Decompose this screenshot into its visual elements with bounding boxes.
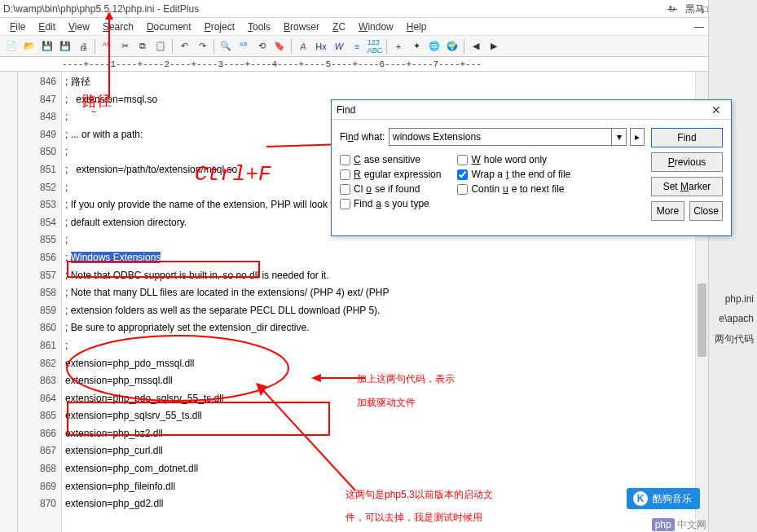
find-icon[interactable]: 🔍 <box>218 38 234 55</box>
replace-icon[interactable]: ⟲ <box>253 38 270 55</box>
menu-edit[interactable]: Edit <box>32 20 62 34</box>
open-icon[interactable]: 📂 <box>21 38 37 55</box>
whole-word-checkbox[interactable]: Whole word only <box>457 154 570 165</box>
right-background: php.ini e\apach 两句代码 <box>708 0 757 532</box>
find-input[interactable] <box>389 128 612 146</box>
annotation-squiggle: ~ <box>91 108 96 117</box>
menu-window[interactable]: Window <box>352 20 400 34</box>
save-icon[interactable]: 💾 <box>39 38 55 55</box>
case-sensitive-checkbox[interactable]: Case sensitive <box>340 154 441 165</box>
menu-view[interactable]: View <box>62 20 96 34</box>
find-history-icon[interactable]: ▸ <box>630 128 645 146</box>
title-bar: D:\wamp\bin\php\php5.5.12\php.ini - Edit… <box>0 0 757 18</box>
continue-next-checkbox[interactable]: Continue to next file <box>457 183 570 195</box>
new-file-icon[interactable]: 📄 <box>3 38 20 55</box>
close-find-button[interactable]: Close <box>689 201 723 221</box>
spell-icon[interactable]: ᴬᴮ <box>99 38 115 55</box>
plus-icon[interactable]: + <box>390 38 407 55</box>
bg-text: php.ini <box>725 293 754 305</box>
find-dialog-title: Find <box>337 104 706 116</box>
bold-icon[interactable]: A <box>295 38 311 55</box>
annotation-add-code: 加上这两句代码，表示加载驱动文件 <box>357 366 455 413</box>
redo-icon[interactable]: ↷ <box>194 38 210 55</box>
find-as-you-type-checkbox[interactable]: Find as you type <box>340 198 441 209</box>
browser-icon[interactable]: 🌐 <box>426 38 442 55</box>
find-dialog: Find ✕ Find what: ▾ ▸ Case sensitive Reg… <box>331 99 732 236</box>
annotation-path-label: 路径 <box>82 91 112 111</box>
scrollbar-thumb[interactable] <box>698 284 706 357</box>
previous-button[interactable]: Previous <box>651 152 723 172</box>
wrap-checkbox[interactable]: Wrap at the end of file <box>457 169 570 180</box>
regex-checkbox[interactable]: Regular expression <box>340 169 441 180</box>
menu-browser[interactable]: Browser <box>277 20 326 34</box>
find-what-label: Find what: <box>340 131 389 143</box>
menu-help[interactable]: Help <box>400 20 434 34</box>
indent-icon[interactable]: ≡ <box>349 38 365 55</box>
kugou-music-popup[interactable]: K 酷狗音乐 <box>627 488 700 509</box>
set-marker-button[interactable]: Set Marker <box>651 177 723 196</box>
bg-text: 两句代码 <box>715 332 754 346</box>
right-icon[interactable]: ▶ <box>486 38 502 55</box>
find-dropdown-icon[interactable]: ▾ <box>612 128 627 146</box>
menu-corner-min[interactable]: — <box>688 20 711 34</box>
left-icon[interactable]: ◀ <box>468 38 484 55</box>
menu-document[interactable]: Document <box>140 20 198 34</box>
paste-icon[interactable]: 📋 <box>152 38 169 55</box>
ruler: ----+----1----+----2----+----3----+----4… <box>0 57 757 72</box>
menu-search[interactable]: Search <box>96 20 140 34</box>
find-button[interactable]: Find <box>651 128 723 147</box>
print-icon[interactable]: 🖨 <box>75 38 91 55</box>
findnext-icon[interactable]: ᴬᴮ <box>235 38 252 55</box>
kugou-icon: K <box>633 491 648 506</box>
bookmark-icon[interactable]: 🔖 <box>271 38 288 55</box>
menu-project[interactable]: Project <box>198 20 241 34</box>
find-close-button[interactable]: ✕ <box>706 102 726 118</box>
more-button[interactable]: More <box>651 201 684 221</box>
menu-file[interactable]: File <box>3 20 32 34</box>
window-title: D:\wamp\bin\php\php5.5.12\php.ini - Edit… <box>3 3 656 15</box>
copy-icon[interactable]: ⧉ <box>134 38 151 55</box>
external-tab: ↻ 黑马 <box>659 0 708 18</box>
star-icon[interactable]: ✦ <box>408 38 425 55</box>
close-if-found-checkbox[interactable]: Close if found <box>340 183 441 195</box>
line-gutter: 8468478488498508518528538548558568578588… <box>18 72 62 532</box>
annotation-ctrlf: Ctrl+F <box>195 162 271 187</box>
word-icon[interactable]: W <box>331 38 347 55</box>
annotation-old-version: 这两句是php5.3以前版本的启动文件，可以去掉，我是测试时候用 <box>345 482 493 528</box>
cut-icon[interactable]: ✂ <box>117 38 133 55</box>
left-sidebar <box>0 72 18 532</box>
saveall-icon[interactable]: 💾 <box>57 38 73 55</box>
undo-icon[interactable]: ↶ <box>176 38 192 55</box>
globe-icon[interactable]: 🌍 <box>444 38 460 55</box>
menu-zc[interactable]: ZC <box>326 20 352 34</box>
php-watermark: php php 中文网中文网 <box>652 518 706 532</box>
menu-tools[interactable]: Tools <box>241 20 277 34</box>
menubar: File Edit View Search Document Project T… <box>0 18 757 36</box>
bg-text: e\apach <box>719 313 754 324</box>
hx-icon[interactable]: Hx <box>313 38 329 55</box>
enc-icon[interactable]: 123ABC <box>367 38 383 55</box>
toolbar: 📄 📂 💾 💾 🖨 ᴬᴮ ✂ ⧉ 📋 ↶ ↷ 🔍 ᴬᴮ ⟲ 🔖 A Hx W ≡… <box>0 36 757 57</box>
